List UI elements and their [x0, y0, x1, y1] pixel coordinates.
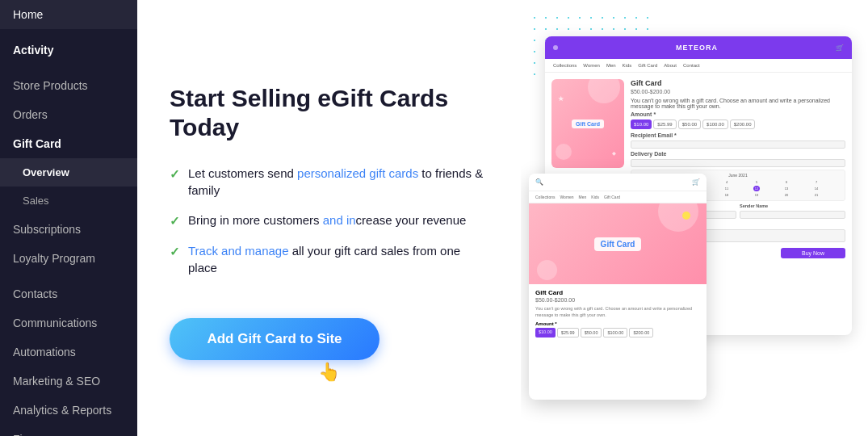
amount-200[interactable]: $200.00 — [730, 119, 756, 129]
front-amount-50: $50.00 — [581, 328, 602, 337]
nav-contact: Contact — [683, 63, 700, 68]
sidebar-item-orders[interactable]: Orders — [0, 100, 137, 129]
nav-men: Men — [606, 63, 616, 68]
right-panel: METEORA 🛒 Collections Women Men Kids Gif… — [521, 0, 868, 436]
search-icon: 🔍 — [535, 178, 543, 186]
gift-card-badge-front: Gift Card — [594, 237, 642, 251]
sidebar-item-sales[interactable]: Sales — [0, 187, 137, 215]
highlight-blue-3: Track and manage — [188, 244, 289, 258]
front-amount-100: $100.00 — [603, 328, 627, 337]
circle-deco — [588, 79, 620, 103]
cal-cell: 18 — [723, 192, 730, 198]
sidebar-item-subscriptions[interactable]: Subscriptions — [0, 215, 137, 244]
feature-item-2: ✓ Bring in more customers and increase y… — [170, 212, 489, 229]
buy-now-button[interactable]: Buy Now — [781, 248, 845, 258]
recipient-email-label: Recipient Email * — [631, 132, 845, 138]
front-amount-200: $200.00 — [629, 328, 653, 337]
sidebar-item-contacts[interactable]: Contacts — [0, 279, 137, 308]
circle-deco-2 — [556, 144, 572, 160]
amount-100[interactable]: $100.00 — [702, 119, 728, 129]
star-deco: ★ — [558, 95, 564, 103]
check-icon-3: ✓ — [170, 243, 180, 260]
nav-gift-card: Gift Card — [638, 63, 657, 68]
amount-label: Amount * — [631, 111, 845, 117]
cal-cell: 13 — [783, 186, 790, 191]
sidebar-item-store-products[interactable]: Store Products — [0, 71, 137, 100]
cursor-icon: 👆 — [318, 362, 340, 383]
highlight-blue-2: and in — [323, 213, 356, 227]
front-body: Gift Card $50.00-$200.00 You can't go wr… — [529, 284, 707, 345]
mock-site-title: METEORA — [558, 44, 836, 52]
cal-cell: 20 — [783, 192, 790, 198]
feature-item-1: ✓ Let customers send personalized gift c… — [170, 165, 489, 199]
nav-about: About — [664, 63, 677, 68]
add-gift-card-button[interactable]: Add Gift Card to Site — [170, 318, 379, 360]
mock-site-nav: Collections Women Men Kids Gift Card Abo… — [545, 59, 852, 73]
front-gift-title: Gift Card — [535, 289, 700, 296]
gift-card-badge-back: Gift Card — [572, 119, 604, 128]
front-gift-price: $50.00-$200.00 — [535, 297, 700, 303]
highlight-blue-1: personalized gift cards — [297, 166, 418, 180]
fnav-giftcard: Gift Card — [604, 195, 620, 199]
amount-10[interactable]: $10.00 — [631, 119, 652, 129]
mock-header: METEORA 🛒 — [545, 36, 852, 59]
preview-container: METEORA 🛒 Collections Women Men Kids Gif… — [529, 36, 852, 400]
left-panel: Start Selling eGift Cards Today ✓ Let cu… — [137, 0, 521, 436]
star-deco-2: ◆ — [612, 150, 616, 156]
feature-text-3: Track and manage all your gift card sale… — [188, 242, 489, 276]
page-title: Start Selling eGift Cards Today — [170, 84, 489, 142]
feature-item-3: ✓ Track and manage all your gift card sa… — [170, 242, 489, 276]
feature-list: ✓ Let customers send personalized gift c… — [170, 165, 489, 289]
sidebar-item-loyalty-program[interactable]: Loyalty Program — [0, 244, 137, 273]
check-icon-1: ✓ — [170, 166, 180, 182]
nav-kids: Kids — [623, 63, 632, 68]
front-gift-image: Gift Card — [529, 203, 707, 284]
front-amount-label: Amount * — [535, 321, 700, 326]
feature-text-1: Let customers send personalized gift car… — [188, 165, 489, 199]
sidebar-item-home[interactable]: Home — [0, 0, 137, 29]
cal-cell: 14 — [813, 186, 820, 191]
front-cart-icon: 🛒 — [692, 178, 700, 186]
feature-text-2: Bring in more customers and increase you… — [188, 212, 466, 228]
preview-front-card: 🔍 🛒 Collections Women Men Kids Gift Card… — [529, 174, 707, 400]
cal-cell: 19 — [753, 192, 760, 198]
sidebar-item-gift-card[interactable]: Gift Card — [0, 129, 137, 158]
sidebar-item-automations[interactable]: Automations — [0, 337, 137, 367]
recipient-email-input — [631, 140, 845, 149]
fnav-men: Men — [579, 195, 587, 199]
nav-collections: Collections — [553, 63, 577, 68]
fnav-women: Women — [560, 195, 573, 199]
sidebar-item-marketing-seo[interactable]: Marketing & SEO — [0, 367, 137, 396]
sidebar-item-finances[interactable]: Finances — [0, 425, 137, 436]
yellow-dot — [682, 212, 690, 220]
sidebar-item-communications[interactable]: Communications — [0, 308, 137, 337]
cal-cell: 4 — [723, 179, 730, 185]
sidebar: Home Activity Store Products Orders Gift… — [0, 0, 137, 436]
front-gift-desc: You can't go wrong with a gift card. Cho… — [535, 306, 700, 318]
front-circle-1 — [658, 203, 698, 232]
mock-gift-image: ★ ◆ Gift Card — [551, 79, 624, 168]
main-content: Start Selling eGift Cards Today ✓ Let cu… — [137, 0, 868, 436]
sidebar-item-analytics-reports[interactable]: Analytics & Reports — [0, 396, 137, 425]
fnav-kids: Kids — [591, 195, 599, 199]
amount-50[interactable]: $50.00 — [678, 119, 701, 129]
delivery-date-label: Delivery Date — [631, 151, 845, 157]
sidebar-item-activity[interactable]: Activity — [0, 36, 137, 65]
cal-cell: 5 — [753, 179, 760, 185]
cal-cell: 6 — [783, 179, 790, 185]
amount-25[interactable]: $25.99 — [653, 119, 676, 129]
front-circle-2 — [537, 260, 557, 280]
gift-price-back: $50.00-$200.00 — [631, 89, 845, 94]
front-nav: Collections Women Men Kids Gift Card — [529, 191, 707, 203]
front-amount-25: $25.99 — [557, 328, 579, 337]
mock-cart-icon: 🛒 — [836, 44, 844, 52]
gift-desc-back: You can't go wrong with a gift card. Cho… — [631, 98, 845, 109]
cal-cell: 21 — [813, 192, 820, 198]
cal-cell-today: 12 — [753, 186, 760, 191]
delivery-date-input — [631, 159, 845, 167]
cta-wrapper: Add Gift Card to Site 👆 — [170, 318, 489, 360]
cal-cell: 11 — [723, 186, 730, 191]
sidebar-item-overview[interactable]: Overview — [0, 158, 137, 187]
amount-buttons: $10.00 $25.99 $50.00 $100.00 $200.00 — [631, 119, 845, 129]
front-amount-10: $10.00 — [535, 328, 556, 337]
